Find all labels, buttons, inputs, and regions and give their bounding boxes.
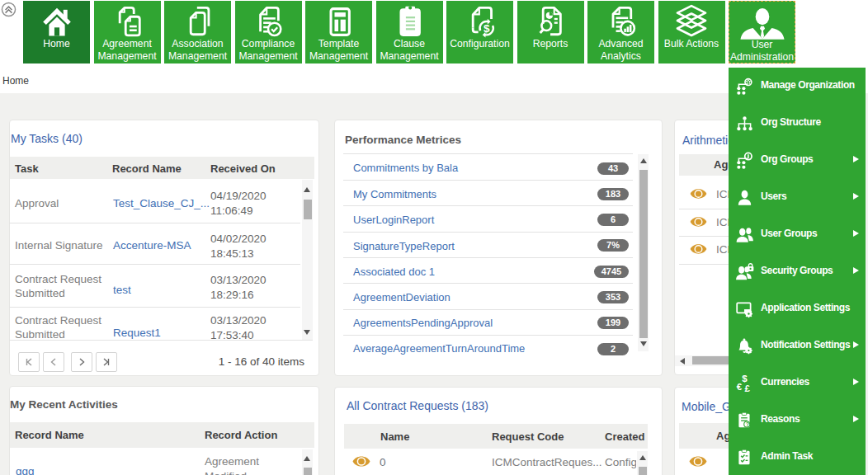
svg-text:£: £ <box>745 383 751 393</box>
svg-text:€: € <box>737 382 743 392</box>
svg-text:$: $ <box>742 374 748 383</box>
svg-text:?: ? <box>746 421 749 427</box>
svg-text:$: $ <box>483 22 489 35</box>
